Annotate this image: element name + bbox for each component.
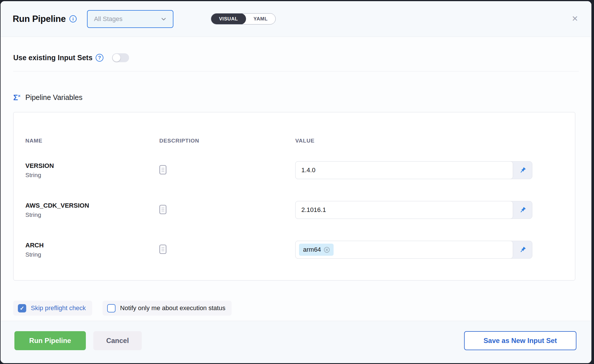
column-header-value: VALUE (295, 138, 575, 144)
input-sets-toggle[interactable] (112, 53, 129, 62)
value-input-group: 2.1016.1 (295, 201, 532, 219)
value-tag-input[interactable]: arm64 (295, 241, 513, 259)
column-header-description: DESCRIPTION (159, 138, 295, 144)
tag-label: arm64 (303, 246, 321, 253)
cancel-button[interactable]: Cancel (93, 331, 142, 350)
use-existing-input-sets-row: Use existing Input Sets ? (13, 53, 591, 62)
close-icon[interactable]: ✕ (570, 14, 579, 24)
table-row: ARCH String arm64 (25, 241, 575, 259)
modal-header: Run Pipeline i All Stages VISUAL YAML ✕ (1, 1, 591, 37)
skip-preflight-option[interactable]: ✓ Skip preflight check (13, 301, 92, 316)
description-icon[interactable] (159, 244, 295, 255)
pipeline-variables-card: NAME DESCRIPTION VALUE VERSION String 1.… (13, 112, 575, 280)
tab-visual[interactable]: VISUAL (211, 13, 246, 24)
table-row: VERSION String 1.4.0 (25, 161, 575, 179)
variable-name: ARCH (25, 241, 159, 249)
skip-preflight-label: Skip preflight check (31, 304, 86, 312)
description-icon[interactable] (159, 165, 295, 176)
use-existing-input-sets-label: Use existing Input Sets (13, 54, 92, 62)
variable-value-cell: 1.4.0 (295, 161, 575, 179)
table-row: AWS_CDK_VERSION String 2.1016.1 (25, 201, 575, 219)
stage-selector-dropdown[interactable]: All Stages (87, 10, 173, 28)
checkbox-unchecked-icon[interactable] (107, 304, 116, 312)
stage-selector-value: All Stages (94, 15, 160, 23)
view-mode-toggle: VISUAL YAML (211, 13, 276, 24)
modal-content: Use existing Input Sets ? Σ× Pipeline Va… (1, 37, 591, 321)
pin-icon[interactable] (513, 162, 532, 179)
execution-options-row: ✓ Skip preflight check Notify only me ab… (13, 301, 591, 316)
value-input-group: arm64 (295, 241, 532, 259)
variable-name: VERSION (25, 162, 159, 170)
variable-name-cell: AWS_CDK_VERSION String (25, 202, 159, 218)
variable-name-cell: ARCH String (25, 241, 159, 258)
description-icon[interactable] (159, 205, 295, 215)
variable-value-cell: arm64 (295, 241, 575, 259)
tab-yaml[interactable]: YAML (246, 14, 275, 24)
notify-only-me-label: Notify only me about execution status (120, 304, 226, 312)
notify-only-me-option[interactable]: Notify only me about execution status (103, 301, 232, 316)
sigma-icon: Σ× (13, 94, 20, 102)
save-as-new-input-set-button[interactable]: Save as New Input Set (464, 331, 576, 350)
pipeline-variables-title: Pipeline Variables (25, 93, 82, 102)
value-tag: arm64 (299, 244, 334, 256)
toggle-knob (113, 54, 120, 62)
run-pipeline-button[interactable]: Run Pipeline (14, 331, 86, 350)
value-input[interactable]: 2.1016.1 (295, 201, 513, 219)
run-pipeline-modal: Run Pipeline i All Stages VISUAL YAML ✕ … (1, 1, 591, 363)
column-header-name: NAME (25, 138, 159, 144)
value-input[interactable]: 1.4.0 (295, 161, 513, 179)
variable-type: String (25, 211, 159, 218)
question-icon[interactable]: ? (96, 54, 103, 62)
chevron-down-icon (160, 16, 167, 22)
variable-type: String (25, 172, 159, 179)
variable-value-cell: 2.1016.1 (295, 201, 575, 219)
checkbox-checked-icon[interactable]: ✓ (18, 304, 26, 312)
section-divider (13, 71, 579, 71)
variable-name: AWS_CDK_VERSION (25, 202, 159, 210)
circle-x-icon[interactable] (324, 247, 330, 253)
info-icon[interactable]: i (69, 15, 77, 22)
variable-name-cell: VERSION String (25, 162, 159, 179)
variable-type: String (25, 251, 159, 258)
value-input-group: 1.4.0 (295, 161, 532, 179)
pin-icon[interactable] (513, 201, 532, 219)
page-title: Run Pipeline (13, 14, 66, 24)
modal-footer: Run Pipeline Cancel Save as New Input Se… (1, 321, 591, 363)
pin-icon[interactable] (513, 241, 532, 258)
pipeline-variables-heading: Σ× Pipeline Variables (13, 93, 591, 102)
variables-table-header: NAME DESCRIPTION VALUE (25, 138, 575, 144)
